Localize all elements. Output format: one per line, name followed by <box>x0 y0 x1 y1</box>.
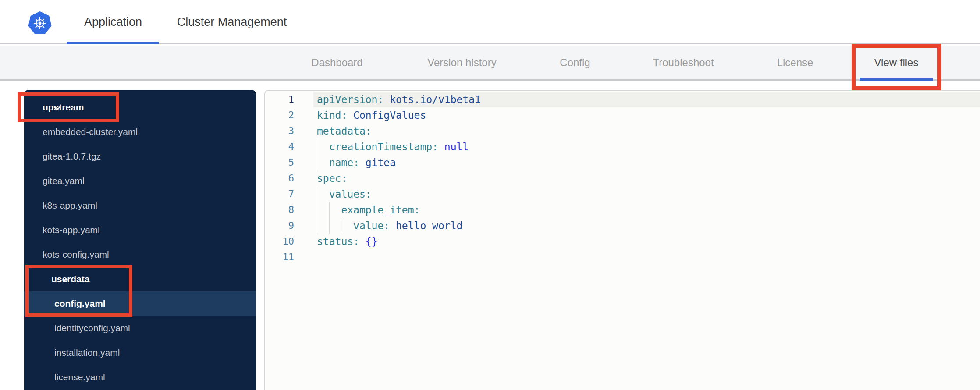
indent-guide <box>317 155 329 170</box>
code-line-5: 5name: gitea <box>265 155 980 170</box>
indent-guide <box>317 202 329 218</box>
token-value: gitea <box>359 157 396 168</box>
indent-guide <box>317 218 329 234</box>
indent-guide <box>329 218 341 234</box>
tree-item-label: installation.yaml <box>54 340 120 365</box>
app-tab-view-files[interactable]: View files <box>852 46 941 79</box>
app-tab-label: View files <box>874 57 919 68</box>
token-key: values: <box>329 188 372 200</box>
app-tab-license[interactable]: License <box>756 46 834 79</box>
line-number: 8 <box>265 202 294 218</box>
code-text: creationTimestamp: null <box>316 139 980 155</box>
app-tab-label: License <box>777 57 813 68</box>
tree-item-label: embedded-cluster.yaml <box>43 120 138 144</box>
code-line-1: 1apiVersion: kots.io/v1beta1 <box>265 92 980 107</box>
tree-item-label: identityconfig.yaml <box>54 316 130 340</box>
token-key: metadata: <box>317 125 372 137</box>
tree-file-embedded-cluster.yaml[interactable]: embedded-cluster.yaml <box>24 120 256 144</box>
kots-admin-console: ApplicationCluster Management DashboardV… <box>0 0 980 390</box>
line-number: 5 <box>265 155 294 170</box>
tree-file-kots-config.yaml[interactable]: kots-config.yaml <box>24 242 256 267</box>
tree-folder-upstream[interactable]: upstream <box>24 95 256 120</box>
code-text <box>316 249 980 265</box>
code-line-3: 3metadata: <box>265 123 980 139</box>
line-number: 7 <box>265 186 294 202</box>
tree-folder-userdata[interactable]: userdata <box>24 267 256 291</box>
token-key: example_item: <box>341 204 420 216</box>
token-value: kots.io/v1beta1 <box>383 94 481 105</box>
app-tab-version-history[interactable]: Version history <box>398 46 526 79</box>
app-nav: DashboardVersion historyConfigTroublesho… <box>0 46 980 81</box>
indent-guide <box>341 218 353 234</box>
token-key: status: <box>317 236 359 247</box>
app-tab-config[interactable]: Config <box>536 46 614 79</box>
token-key: value: <box>353 220 390 231</box>
code-line-9: 9value: hello world <box>265 218 980 234</box>
line-number: 4 <box>265 139 294 155</box>
token-key: apiVersion: <box>317 94 383 105</box>
tree-file-license.yaml[interactable]: license.yaml <box>24 365 256 390</box>
app-tab-troubleshoot[interactable]: Troubleshoot <box>626 46 740 79</box>
indent-guide <box>317 186 329 202</box>
tree-item-label: upstream <box>43 95 84 120</box>
code-text: spec: <box>316 170 980 186</box>
tree-item-label: userdata <box>51 267 90 291</box>
token-value: hello world <box>390 220 462 231</box>
tree-file-gitea.yaml[interactable]: gitea.yaml <box>24 169 256 193</box>
kubernetes-logo-icon <box>28 11 52 35</box>
indent-guide <box>329 202 341 218</box>
top-tab-cluster-management[interactable]: Cluster Management <box>160 0 304 44</box>
code-line-4: 4creationTimestamp: null <box>265 139 980 155</box>
tree-file-kots-app.yaml[interactable]: kots-app.yaml <box>24 218 256 242</box>
app-tab-dashboard[interactable]: Dashboard <box>289 46 385 79</box>
line-number: 9 <box>265 218 294 234</box>
app-tab-label: Version history <box>427 57 496 68</box>
token-key: kind: <box>317 110 347 121</box>
code-text: value: hello world <box>316 218 980 234</box>
code-line-10: 10status: {} <box>265 234 980 249</box>
indent-guide <box>317 139 329 155</box>
token-key: name: <box>329 157 359 168</box>
code-text: kind: ConfigValues <box>316 107 980 123</box>
code-line-2: 2kind: ConfigValues <box>265 107 980 123</box>
app-tab-label: Config <box>560 57 590 68</box>
line-number: 11 <box>265 249 294 265</box>
line-number: 2 <box>265 107 294 123</box>
code-line-11: 11 <box>265 249 980 265</box>
line-number: 6 <box>265 170 294 186</box>
app-tab-label: Dashboard <box>311 57 362 68</box>
tree-file-identityconfig.yaml[interactable]: identityconfig.yaml <box>24 316 256 340</box>
code-text: values: <box>316 186 980 202</box>
top-tab-application[interactable]: Application <box>67 0 159 44</box>
tree-file-k8s-app.yaml[interactable]: k8s-app.yaml <box>24 193 256 218</box>
tree-item-label: kots-config.yaml <box>43 242 109 267</box>
token-literal: null <box>444 141 469 152</box>
tree-item-label: config.yaml <box>54 291 106 316</box>
code-text: apiVersion: kots.io/v1beta1 <box>316 92 980 107</box>
file-content-editor[interactable]: 1apiVersion: kots.io/v1beta12kind: Confi… <box>264 90 980 390</box>
tree-item-label: gitea.yaml <box>43 169 85 193</box>
code-text: status: {} <box>316 234 980 249</box>
token-plain <box>359 236 366 247</box>
token-value: ConfigValues <box>347 110 426 121</box>
code-text: example_item: <box>316 202 980 218</box>
active-tab-underline <box>67 42 159 44</box>
tree-file-installation.yaml[interactable]: installation.yaml <box>24 340 256 365</box>
tree-item-label: gitea-1.0.7.tgz <box>43 144 101 169</box>
tree-file-config.yaml[interactable]: config.yaml <box>24 291 256 316</box>
code-line-8: 8example_item: <box>265 202 980 218</box>
app-tab-label: Troubleshoot <box>653 57 714 68</box>
active-tab-underline <box>860 78 933 81</box>
token-literal: {} <box>366 236 378 247</box>
tree-item-label: kots-app.yaml <box>43 218 100 242</box>
tree-file-gitea-1.0.7.tgz[interactable]: gitea-1.0.7.tgz <box>24 144 256 169</box>
code-line-7: 7values: <box>265 186 980 202</box>
tree-item-label: k8s-app.yaml <box>43 193 97 218</box>
top-nav: ApplicationCluster Management <box>0 0 980 44</box>
token-plain <box>438 141 444 152</box>
line-number: 10 <box>265 234 294 249</box>
file-tree-sidebar: upstreamembedded-cluster.yamlgitea-1.0.7… <box>24 90 256 390</box>
code-text: metadata: <box>316 123 980 139</box>
tree-item-label: license.yaml <box>54 365 105 390</box>
token-key: creationTimestamp: <box>329 141 438 152</box>
